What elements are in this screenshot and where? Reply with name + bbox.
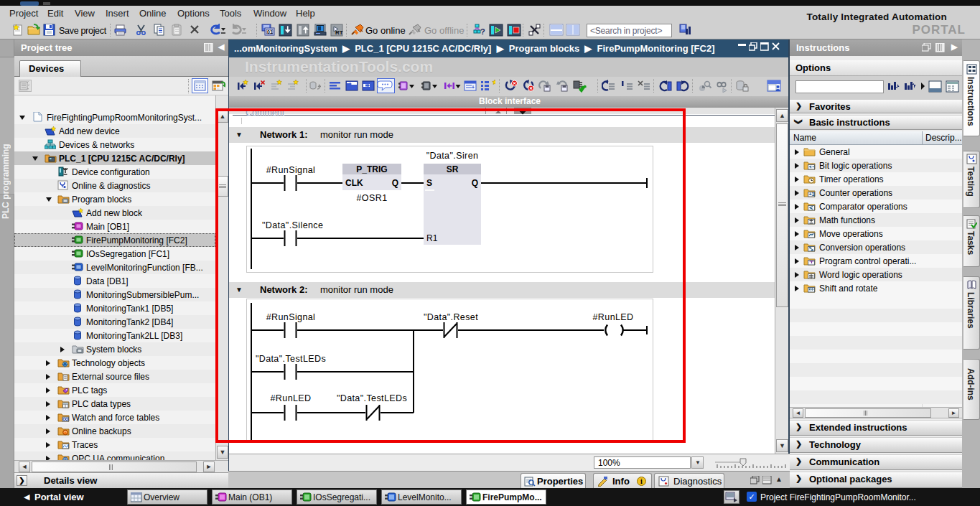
svg-text:+1: +1 [809,192,815,197]
svg-text:RT: RT [335,29,343,36]
svg-text:?: ? [480,27,485,36]
svg-text:01: 01 [267,29,273,34]
